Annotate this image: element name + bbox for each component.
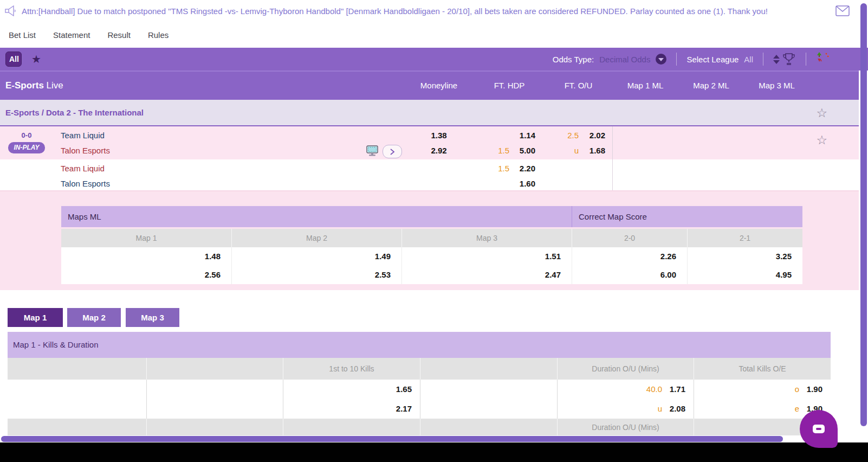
favorite-star-outline-icon[interactable]: ☆ xyxy=(816,133,827,147)
select-league-label[interactable]: Select League xyxy=(686,55,739,64)
column-map1-ml: Map 1 ML xyxy=(612,72,678,100)
tab-map2[interactable]: Map 2 xyxy=(67,308,121,327)
nav-bet-list[interactable]: Bet List xyxy=(9,30,36,40)
horizontal-scrollbar-track xyxy=(0,435,868,442)
duration-line: u xyxy=(558,399,662,419)
odds-hdp-away[interactable]: 1.60 xyxy=(509,176,545,191)
divider xyxy=(612,126,613,159)
column-map2-ml: Map 2 ML xyxy=(678,72,744,100)
header-1st-to-10-kills: 1st to 10 Kills xyxy=(283,358,420,380)
nav-rules[interactable]: Rules xyxy=(148,30,169,40)
odds-moneyline-home[interactable]: 1.38 xyxy=(404,128,474,143)
team-name-away[interactable]: Talon Esports xyxy=(61,176,110,191)
league-title[interactable]: E-Sports / Dota 2 - The International xyxy=(5,100,144,125)
odds-cell[interactable]: 4.95 xyxy=(687,266,802,284)
sport-header: E-Sports Live Moneyline FT. HDP FT. O/U … xyxy=(0,70,859,100)
header-duration-ou: Duration O/U (Mins) xyxy=(557,358,694,380)
header-total-kills-oe: Total Kills O/E xyxy=(694,358,831,380)
nav-statement[interactable]: Statement xyxy=(53,30,90,40)
oe-line-even: e xyxy=(694,399,799,419)
announcement-text: Attn:[Handball] Due to match postponed "… xyxy=(22,7,780,16)
odds-cell[interactable]: 1.48 xyxy=(61,247,231,266)
favorites-star-icon[interactable]: ★ xyxy=(31,52,41,67)
col-2-1: 2-1 xyxy=(687,229,802,247)
favorite-star-outline-icon[interactable]: ☆ xyxy=(816,106,827,120)
vertical-scrollbar[interactable] xyxy=(860,3,867,426)
megaphone-icon xyxy=(4,5,16,16)
odds-cell[interactable]: 3.25 xyxy=(687,247,802,266)
select-league-value[interactable]: All xyxy=(744,55,753,64)
kills-odds-row: 1.65 40.0 1.71 o 1.90 xyxy=(8,380,831,399)
header-empty xyxy=(8,358,146,380)
team-name-home[interactable]: Team Liquid xyxy=(61,128,105,143)
column-moneyline: Moneyline xyxy=(404,72,474,100)
betting-page: Attn:[Handball] Due to match postponed "… xyxy=(0,0,868,462)
chat-icon[interactable] xyxy=(800,410,838,448)
maps-ml-header: Maps ML xyxy=(61,206,572,227)
column-ft-ou: FT. O/U xyxy=(545,72,612,100)
odds-hdp-away[interactable]: 5.00 xyxy=(509,143,545,158)
odds-type-label: Odds Type: xyxy=(553,55,594,64)
kills-duration-title: Map 1 - Kills & Duration xyxy=(8,332,831,358)
odds-ou-under[interactable]: 1.68 xyxy=(579,143,612,158)
header-duration-ou: Duration O/U (Mins) xyxy=(557,419,694,436)
team-line: Talon Esports 1.60 xyxy=(0,176,859,191)
maps-odds-row: 2.56 2.53 2.47 6.00 4.95 xyxy=(61,266,802,284)
odds-cell[interactable]: 2.53 xyxy=(231,266,401,284)
horizontal-scrollbar[interactable] xyxy=(1,436,783,442)
mail-icon[interactable] xyxy=(835,5,850,16)
odds-hdp-home[interactable]: 1.14 xyxy=(509,128,545,143)
oe-line-odd: o xyxy=(694,380,799,399)
hdp-line-away: 1.5 xyxy=(474,143,509,158)
odds-total-kills-odd[interactable]: 1.90 xyxy=(799,380,831,399)
sport-title: E-Sports Live xyxy=(5,72,63,100)
odds-cell[interactable]: 2.56 xyxy=(61,266,231,284)
toolbar-right-group: Odds Type: Decimal Odds Select League Al… xyxy=(553,48,830,70)
header-empty xyxy=(420,358,557,380)
filter-toolbar: All ★ Odds Type: Decimal Odds Select Lea… xyxy=(0,48,868,70)
col-map1: Map 1 xyxy=(61,229,231,247)
odds-ou-over[interactable]: 2.02 xyxy=(579,128,612,143)
col-map3: Map 3 xyxy=(401,229,572,247)
kills-table-header: 1st to 10 Kills Duration O/U (Mins) Tota… xyxy=(8,358,831,380)
odds-cell[interactable]: 1.51 xyxy=(401,247,572,266)
column-map3-ml: Map 3 ML xyxy=(744,72,809,100)
odds-moneyline-away[interactable]: 2.92 xyxy=(404,143,474,158)
odds-first-10-kills-home[interactable]: 1.65 xyxy=(283,380,420,399)
tab-map3[interactable]: Map 3 xyxy=(126,308,179,327)
all-filter-button[interactable]: All xyxy=(5,52,22,67)
ou-line-over: 2.5 xyxy=(545,128,579,143)
maps-odds-row: 1.48 1.49 1.51 2.26 3.25 xyxy=(61,247,802,266)
hdp-line-home: 1.5 xyxy=(474,161,509,176)
nav-bar: Bet List Statement Result Rules xyxy=(0,22,868,48)
sort-trophy-icon[interactable] xyxy=(773,52,796,66)
team-name-away[interactable]: Talon Esports xyxy=(61,143,110,158)
divider xyxy=(676,53,677,66)
correct-map-score-header: Correct Map Score xyxy=(572,206,802,227)
odds-cell[interactable]: 6.00 xyxy=(572,266,687,284)
odds-hdp-home[interactable]: 2.20 xyxy=(509,161,545,176)
kills-table-next-header: Duration O/U (Mins) xyxy=(8,419,831,436)
tab-map1[interactable]: Map 1 xyxy=(8,308,63,327)
odds-cell[interactable]: 2.26 xyxy=(572,247,687,266)
odds-duration-under[interactable]: 2.08 xyxy=(662,399,694,419)
odds-cell[interactable]: 1.49 xyxy=(231,247,401,266)
odds-first-10-kills-away[interactable]: 2.17 xyxy=(283,399,420,419)
hot-matches-icon[interactable] xyxy=(816,51,830,67)
odds-duration-over[interactable]: 1.71 xyxy=(662,380,694,399)
maps-table-group-headers: Maps ML Correct Map Score xyxy=(61,206,802,227)
odds-cell[interactable]: 2.47 xyxy=(401,266,572,284)
team-line: Team Liquid 1.5 2.20 xyxy=(0,161,859,176)
expand-chevron-icon[interactable] xyxy=(383,145,402,158)
divider xyxy=(612,159,613,190)
column-ft-hdp: FT. HDP xyxy=(474,72,545,100)
maps-table-column-headers: Map 1 Map 2 Map 3 2-0 2-1 xyxy=(61,229,802,247)
ou-line-under: u xyxy=(545,143,579,158)
duration-line: 40.0 xyxy=(558,380,662,399)
odds-type-value[interactable]: Decimal Odds xyxy=(599,55,650,64)
team-name-home[interactable]: Team Liquid xyxy=(61,161,105,176)
match-row-secondary: Team Liquid 1.5 2.20 Talon Esports 1.60 xyxy=(0,159,859,191)
chevron-down-icon[interactable] xyxy=(656,54,666,65)
live-stream-icon[interactable] xyxy=(366,145,378,157)
nav-result[interactable]: Result xyxy=(107,30,131,40)
